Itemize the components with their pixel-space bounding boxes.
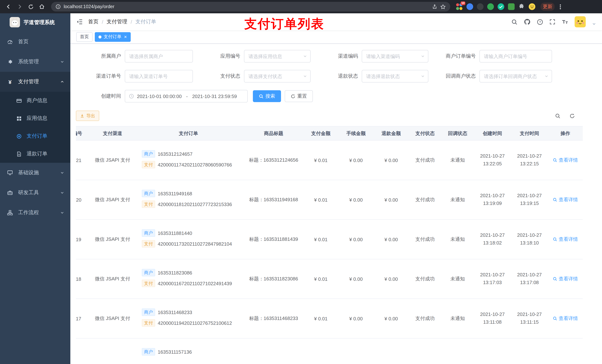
sidebar-item-refund-order[interactable]: 退款订单 xyxy=(0,145,70,163)
card-icon xyxy=(16,98,22,104)
cell-create-time: 2021-10-2713:18:02 xyxy=(474,219,511,259)
tab-pay-order[interactable]: 支付订单 × xyxy=(95,32,130,42)
pay-management-submenu: 商户信息 应用信息 支付订单 xyxy=(0,92,70,163)
cell-pay-order: 商户1635311949168 支付4200001181202110277723… xyxy=(133,180,244,219)
user-avatar[interactable] xyxy=(575,16,586,27)
avatar-caret-down-icon[interactable] xyxy=(592,22,596,26)
sidebar-item-home[interactable]: 首页 xyxy=(0,32,70,52)
toggle-search-icon[interactable] xyxy=(555,113,560,119)
pay-status-select-field[interactable] xyxy=(248,73,306,79)
tags-view: 首页 支付订单 × xyxy=(70,30,602,44)
extension-chat-icon[interactable] xyxy=(508,3,515,10)
github-icon[interactable] xyxy=(524,19,531,25)
sidebar-item-pay-management[interactable]: ¥ 支付管理 xyxy=(0,72,70,92)
refund-status-select-field[interactable] xyxy=(366,73,424,79)
refund-status-select[interactable] xyxy=(362,70,428,83)
app-logo[interactable]: 芋道管理系统 xyxy=(0,13,70,32)
channel-order-no-input[interactable] xyxy=(125,70,193,83)
filter-label: 渠道订单号 xyxy=(86,73,121,80)
view-detail-link[interactable]: 查看详情 xyxy=(553,197,578,203)
extension-dark-icon[interactable] xyxy=(477,3,484,10)
breadcrumb-home[interactable]: 首页 xyxy=(88,19,98,25)
sidebar: 芋道管理系统 首页 系统管理 ¥ 支付管理 xyxy=(0,13,70,364)
chevron-down-icon xyxy=(60,60,64,64)
tab-home[interactable]: 首页 xyxy=(76,32,93,42)
browser-back-button[interactable] xyxy=(4,2,13,11)
create-time-range-picker[interactable]: 2021-10-01 00:00:00 - 2021-10-31 23:59:5… xyxy=(125,90,248,103)
pay-status-select[interactable] xyxy=(244,70,311,83)
clock-icon xyxy=(129,94,134,99)
channel-order-no-input-field[interactable] xyxy=(129,73,188,79)
cell-pay-status: 支付成功 xyxy=(409,140,441,180)
cell-channel: 微信 JSAPI 支付 xyxy=(92,180,133,219)
cell-actions: 查看详情 xyxy=(548,219,583,259)
extension-green-icon[interactable] xyxy=(487,3,494,10)
sidebar-item-pay-order[interactable]: 支付订单 xyxy=(0,127,70,145)
channel-code-select-field[interactable] xyxy=(366,53,424,59)
address-bar[interactable]: localhost:1024/pay/order xyxy=(51,2,450,11)
cell-notify-status: 未通知 xyxy=(441,140,474,180)
view-detail-link[interactable]: 查看详情 xyxy=(553,236,578,243)
browser-home-button[interactable] xyxy=(37,2,47,11)
breadcrumb-pay-management[interactable]: 支付管理 xyxy=(107,19,127,25)
filter-field-pay-status: 支付状态 xyxy=(200,70,311,83)
export-button[interactable]: 导出 xyxy=(76,111,99,121)
font-size-icon[interactable] xyxy=(562,19,568,25)
view-detail-link[interactable]: 查看详情 xyxy=(553,276,578,282)
browser-refresh-button[interactable] xyxy=(26,2,35,11)
browser-update-button[interactable]: 更新 xyxy=(540,3,555,11)
col-actions: 操作 xyxy=(548,126,583,140)
search-button[interactable]: 搜索 xyxy=(253,90,281,102)
refresh-table-icon[interactable] xyxy=(570,113,575,119)
cell-create-time: 2021-10-2713:11:08 xyxy=(474,299,511,338)
cell-pay-status: 支付成功 xyxy=(409,259,441,299)
view-detail-link[interactable]: 查看详情 xyxy=(553,157,578,164)
sidebar-item-workflow[interactable]: 工作流程 xyxy=(0,203,70,223)
profile-emoji-icon[interactable] xyxy=(529,3,535,10)
merchant-order-no-input[interactable] xyxy=(479,50,552,62)
sidebar-item-merchant-info[interactable]: 商户信息 xyxy=(0,92,70,110)
sidebar-item-infrastructure[interactable]: 基础设施 xyxy=(0,163,70,183)
download-icon xyxy=(80,114,85,118)
view-detail-link[interactable]: 查看详情 xyxy=(553,315,578,322)
sidebar-item-system[interactable]: 系统管理 xyxy=(0,52,70,72)
owner-merchant-input[interactable] xyxy=(125,50,193,62)
browser-menu-icon[interactable] xyxy=(558,3,562,10)
logo-title: 芋道管理系统 xyxy=(24,19,55,26)
sidebar-item-app-info[interactable]: 应用信息 xyxy=(0,110,70,127)
app-no-select[interactable] xyxy=(244,50,311,62)
table-header-row: 编号 支付渠道 支付订单 商品标题 支付金额 手续金额 退款金额 支付状态 回调… xyxy=(76,126,583,140)
share-icon[interactable] xyxy=(432,4,437,9)
sidebar-collapse-icon[interactable] xyxy=(76,19,83,25)
owner-merchant-input-field[interactable] xyxy=(129,53,188,59)
cell-pay-order: 商户1635312124657 支付4200001174202110278060… xyxy=(133,140,244,180)
col-pay-amount: 支付金额 xyxy=(303,126,338,140)
table-toolbar: 导出 xyxy=(76,111,596,121)
browser-forward-button[interactable] xyxy=(15,2,24,11)
help-icon[interactable]: ? xyxy=(537,19,543,25)
extension-check-icon[interactable] xyxy=(498,3,504,10)
reset-button[interactable]: 重置 xyxy=(285,90,313,102)
header-search-icon[interactable] xyxy=(511,19,517,25)
close-tab-icon[interactable]: × xyxy=(124,34,127,39)
chevron-down-icon xyxy=(544,74,549,78)
search-icon xyxy=(553,277,557,281)
breadcrumb: 首页 / 支付管理 / 支付订单 xyxy=(88,19,156,25)
notify-status-select[interactable] xyxy=(479,70,552,83)
toolbox-icon xyxy=(7,190,13,196)
merchant-order-no-input-field[interactable] xyxy=(484,53,548,59)
cell-pay-status: 支付成功 xyxy=(409,180,441,219)
channel-code-select[interactable] xyxy=(362,50,428,62)
workflow-icon xyxy=(7,210,13,216)
sidebar-item-dev-tools[interactable]: 研发工具 xyxy=(0,183,70,203)
extension-cluster-icon[interactable]: 10 xyxy=(456,3,463,10)
fullscreen-icon[interactable] xyxy=(549,19,555,25)
extensions-puzzle-icon[interactable] xyxy=(518,3,525,10)
notify-status-select-field[interactable] xyxy=(484,73,548,79)
extension-drop-icon[interactable] xyxy=(466,3,473,10)
search-icon xyxy=(553,237,557,241)
app-no-select-field[interactable] xyxy=(248,53,306,59)
cell-id: 118 xyxy=(76,259,92,299)
bookmark-star-icon[interactable] xyxy=(440,4,446,10)
cell-channel xyxy=(92,338,133,364)
